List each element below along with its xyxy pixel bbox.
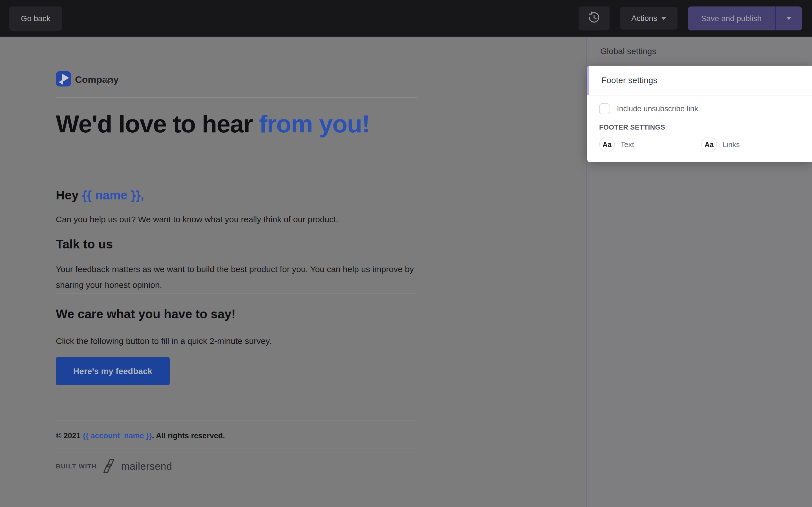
app-window: Go back Actions Save and publish <box>0 0 812 507</box>
panel-title: Global settings <box>600 47 656 56</box>
actions-label: Actions <box>631 14 657 23</box>
save-and-publish-button[interactable]: Save and publish <box>688 6 775 31</box>
footer-links-font-label: Links <box>723 136 740 152</box>
global-settings-panel: Global settings Footer settings Include … <box>587 37 812 507</box>
email-preview-canvas: Company We'd love to hear from you! Hey … <box>0 37 587 507</box>
headline-blue-text: from you! <box>259 110 370 138</box>
include-unsubscribe-label: Include unsubscribe link <box>617 103 698 114</box>
chevron-down-icon <box>661 17 666 20</box>
mailersend-logo-icon <box>102 458 116 475</box>
save-options-toggle[interactable] <box>776 6 802 31</box>
built-with-row: BUILT WITH mailersend <box>56 458 172 475</box>
company-logo-icon <box>56 71 71 88</box>
email-section2-title: We care what you have to say! <box>56 307 236 321</box>
mailersend-wordmark: mailersend <box>121 460 172 472</box>
email-intro-paragraph: Can you help us out? We want to know wha… <box>56 214 338 225</box>
email-section1-title: Talk to us <box>56 237 113 251</box>
go-back-label: Go back <box>21 14 50 23</box>
copyright-prefix: © 2021 <box>56 432 83 440</box>
greeting-variable: {{ name }}, <box>82 188 144 202</box>
footer-text-font-button[interactable]: Aa <box>599 136 615 152</box>
email-divider <box>56 97 417 98</box>
email-greeting: Hey {{ name }}, <box>56 188 144 202</box>
save-and-publish-label: Save and publish <box>701 14 762 23</box>
font-glyph: Aa <box>603 140 612 149</box>
chevron-down-icon <box>786 17 792 20</box>
footer-settings-group-label: FOOTER SETTINGS <box>599 123 665 131</box>
card-accent-bar <box>587 66 589 95</box>
email-divider <box>56 293 417 294</box>
email-divider <box>56 176 417 176</box>
font-glyph: Aa <box>705 140 714 149</box>
footer-links-font-button[interactable]: Aa <box>701 136 717 152</box>
built-with-label: BUILT WITH <box>56 463 97 470</box>
headline-black-text: We'd love to hear <box>56 110 259 138</box>
save-and-publish-split-button: Save and publish <box>688 6 802 31</box>
mouse-cursor <box>105 78 112 88</box>
greeting-black-text: Hey <box>56 188 82 202</box>
include-unsubscribe-checkbox[interactable] <box>599 103 610 114</box>
card-divider <box>587 95 812 96</box>
email-headline: We'd love to hear from you! <box>56 110 370 138</box>
footer-text-font-label: Text <box>620 136 634 152</box>
top-toolbar: Go back Actions Save and publish <box>0 0 812 37</box>
footer-settings-title: Footer settings <box>601 66 657 95</box>
version-history-button[interactable] <box>578 6 610 31</box>
go-back-button[interactable]: Go back <box>9 6 62 31</box>
email-divider <box>56 448 417 448</box>
email-section2-body: Click the following button to fill in a … <box>56 335 271 347</box>
email-cta-button: Here's my feedback <box>56 357 170 385</box>
email-section1-body: Your feedback matters as we want to buil… <box>56 262 431 293</box>
history-icon <box>588 11 601 26</box>
email-copyright: © 2021 {{ account_name }}. All rights re… <box>56 432 225 440</box>
copyright-suffix: . All rights reserved. <box>152 432 225 440</box>
actions-dropdown-button[interactable]: Actions <box>620 7 677 30</box>
email-cta-label: Here's my feedback <box>73 367 153 376</box>
email-divider <box>56 420 417 420</box>
footer-settings-card: Footer settings Include unsubscribe link… <box>587 66 812 162</box>
copyright-variable: {{ account_name }} <box>83 432 152 440</box>
